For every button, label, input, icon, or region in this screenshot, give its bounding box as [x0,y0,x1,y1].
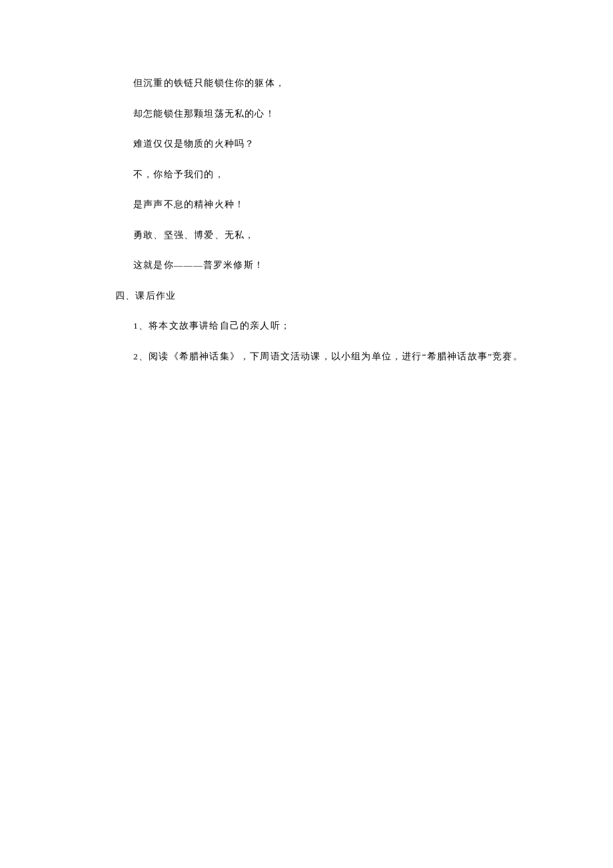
poem-line: 但沉重的铁链只能锁住你的躯体， [79,79,573,88]
homework-item: 2、阅读《希腊神话集》，下周语文活动课，以小组为单位，进行“希腊神话故事”竞赛。 [79,352,573,361]
poem-line: 勇敢、坚强、博爱、无私， [79,231,573,240]
poem-line: 却怎能锁住那颗坦荡无私的心！ [79,109,573,119]
document-page: 但沉重的铁链只能锁住你的躯体， 却怎能锁住那颗坦荡无私的心！ 难道仅仅是物质的火… [0,0,613,868]
poem-line: 是声声不息的精神火种！ [79,200,573,209]
section-heading: 四、课后作业 [79,291,573,301]
homework-item: 1、将本文故事讲给自己的亲人听； [79,321,573,331]
poem-line: 难道仅仅是物质的火种吗？ [79,139,573,149]
poem-line: 不，你给予我们的， [79,170,573,179]
poem-line: 这就是你———普罗米修斯！ [79,261,573,270]
